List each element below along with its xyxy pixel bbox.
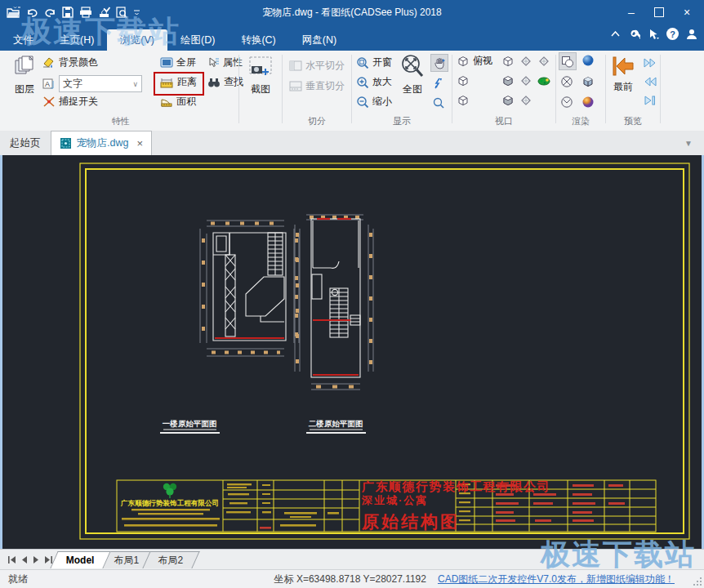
view-back-button[interactable] — [500, 53, 516, 69]
preview-first-label: 最前 — [613, 80, 633, 94]
plan2-dimensions — [295, 215, 373, 390]
preview-first-button[interactable]: 最前 — [608, 55, 639, 94]
ribbon-group-screenshot: 截图 — [239, 51, 282, 129]
company-small-text-lines — [122, 509, 220, 527]
fullscreen-button[interactable]: 全屏 — [160, 56, 196, 69]
pan-button[interactable] — [430, 54, 448, 72]
view-bottom-button[interactable] — [500, 92, 516, 109]
select-cursor-icon[interactable] — [648, 29, 659, 40]
sheet-tab-layout2[interactable]: 布局2 — [143, 551, 200, 568]
status-ready: 就绪 — [8, 572, 28, 586]
layers-button[interactable]: 图层 — [7, 56, 42, 96]
pan-hand-icon — [434, 57, 446, 69]
ribbon-group-viewport: 俯视 视口 — [452, 51, 555, 129]
next-arrow-icon — [644, 96, 656, 105]
horizontal-split-button[interactable]: 水平切分 — [289, 59, 345, 73]
sheet-tab-model[interactable]: Model — [50, 551, 110, 568]
view-se-iso-button[interactable] — [518, 73, 534, 89]
zoom-window-icon — [356, 56, 369, 69]
render-shaded-edges-button[interactable] — [580, 74, 596, 90]
cad-drawing: 一楼原始平面图 二楼原始平面图 广东顺德行势装饰工程有限公司 — [2, 155, 702, 549]
view-sw-iso-button[interactable] — [518, 53, 534, 69]
render-shaded-button[interactable] — [580, 52, 596, 69]
first-arrow-icon — [611, 55, 635, 78]
view-left-button[interactable] — [455, 92, 471, 109]
view-right-button[interactable] — [500, 73, 516, 89]
tab-file[interactable]: 文件 — [0, 29, 47, 51]
tab-convert[interactable]: 转换(C) — [228, 29, 288, 51]
render-realistic-sphere-icon — [581, 96, 595, 109]
promo-link[interactable]: CAD图纸二次开发控件V7.0发布，新增图纸编辑功能！ — [438, 572, 675, 586]
preview-forward-button[interactable] — [642, 55, 658, 71]
plan2-title: 二楼原始平面图 — [309, 419, 363, 428]
plan2-outline — [311, 219, 360, 377]
screenshot-button[interactable]: 截图 — [242, 56, 279, 96]
tab-close-icon[interactable]: × — [133, 137, 143, 149]
regen-button[interactable] — [430, 75, 447, 91]
minimize-button[interactable]: – — [619, 3, 644, 21]
distance-button[interactable]: 距离 — [160, 75, 197, 89]
collapse-ribbon-icon[interactable] — [611, 31, 620, 37]
first-sheet-icon[interactable] — [8, 552, 16, 567]
print-preview-icon[interactable] — [116, 7, 127, 19]
next-sheet-icon[interactable] — [33, 552, 39, 567]
resize-grip[interactable] — [693, 577, 702, 586]
properties-button[interactable]: 属性 — [207, 56, 243, 69]
view-ne-iso-button[interactable] — [518, 92, 534, 109]
prev-sheet-icon[interactable] — [21, 552, 28, 567]
view-top-label: 俯视 — [473, 54, 492, 68]
forward-double-arrow-icon — [644, 58, 657, 68]
preview-next-button[interactable] — [642, 92, 658, 109]
qat-customize-icon[interactable] — [133, 9, 140, 16]
zoom-out-label: 缩小 — [372, 95, 392, 109]
open-file-icon[interactable] — [7, 7, 20, 18]
view-nw-iso-button[interactable] — [536, 53, 552, 69]
tools-wrench-icon[interactable] — [627, 29, 640, 40]
drawing-canvas[interactable]: 一楼原始平面图 二楼原始平面图 广东顺德行势装饰工程有限公司 — [0, 155, 704, 549]
tab-home[interactable]: 主页(H) — [47, 29, 107, 51]
combo-caret-icon: ∨ — [132, 80, 141, 88]
tab-document-active[interactable]: 宠物店.dwg × — [51, 131, 153, 155]
maximize-button[interactable] — [647, 3, 671, 21]
undo-icon[interactable] — [26, 7, 38, 18]
group-label-properties: 特性 — [3, 115, 238, 127]
orbit-button[interactable] — [536, 73, 552, 89]
render-wireframe-button[interactable] — [559, 74, 575, 90]
render-2d-wireframe-button[interactable] — [559, 52, 577, 70]
text-style-combobox[interactable]: 文字 ∨ — [59, 75, 142, 92]
zoom-realtime-button[interactable] — [430, 95, 447, 111]
zoom-out-button[interactable]: 缩小 — [356, 95, 392, 109]
company-name-red: 广东顺德行势装饰工程有限公司 — [361, 479, 550, 493]
preview-back-button[interactable] — [642, 74, 658, 90]
tab-draw[interactable]: 绘图(D) — [167, 29, 228, 51]
save-icon[interactable] — [62, 7, 74, 18]
print-icon[interactable] — [79, 7, 92, 18]
distance-label: 距离 — [177, 75, 197, 89]
render-hidden-button[interactable] — [559, 94, 575, 110]
dwg-file-icon — [60, 137, 72, 149]
render-realistic-button[interactable] — [580, 94, 596, 110]
area-button[interactable]: 面积 — [160, 95, 196, 109]
tab-view[interactable]: 浏览(V) — [107, 29, 167, 51]
view-front-button[interactable] — [455, 73, 471, 89]
redo-icon[interactable] — [44, 7, 56, 18]
plan1-outline — [213, 233, 286, 341]
tab-netdisk[interactable]: 网盘(N) — [289, 29, 350, 51]
background-color-button[interactable]: 背景颜色 — [42, 56, 98, 69]
tab-list-dropdown-icon[interactable]: ▼ — [684, 139, 693, 148]
zoom-in-button[interactable]: 放大 — [356, 75, 392, 89]
zoom-extents-button[interactable]: 全图 — [398, 54, 427, 96]
user-account-icon[interactable] — [686, 29, 697, 40]
help-icon[interactable]: ? — [666, 28, 679, 40]
vertical-split-button[interactable]: 垂直切分 — [289, 79, 345, 93]
zoom-out-icon — [356, 96, 369, 108]
ribbon-group-display: 开窗 放大 缩小 全图 显示 — [352, 51, 452, 129]
close-button[interactable]: × — [675, 3, 699, 21]
zoom-window-button[interactable]: 开窗 — [356, 56, 392, 69]
view-top-cube-icon — [457, 55, 470, 68]
distance-ruler-icon — [160, 77, 174, 88]
tab-start-page[interactable]: 起始页 — [0, 131, 51, 155]
snap-toggle-button[interactable]: 捕捉开关 — [42, 95, 98, 109]
stamp-check-icon[interactable] — [98, 7, 110, 18]
view-top-button[interactable]: 俯视 — [457, 54, 492, 68]
